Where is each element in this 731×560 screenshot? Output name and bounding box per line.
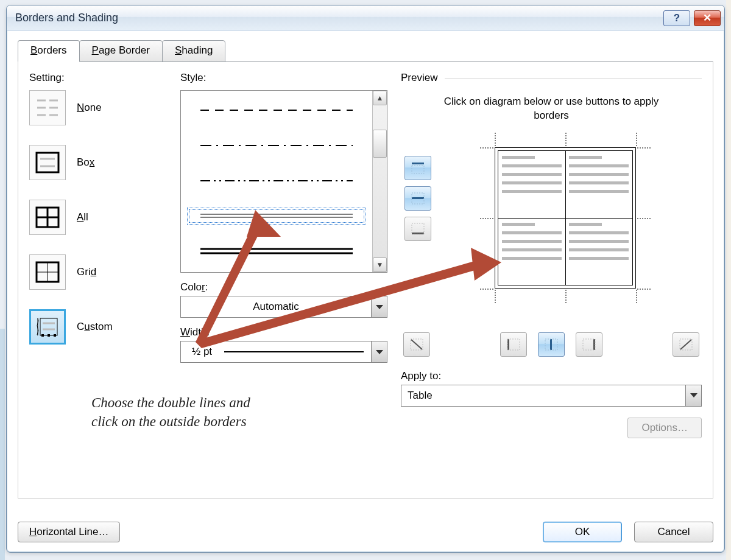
dialog-footer: Horizontal Line… OK Cancel [18,522,713,542]
width-value: ½ pt [192,346,212,358]
setting-none-icon [29,90,66,125]
style-option-double-thin[interactable] [187,208,366,225]
color-dropdown[interactable]: Automatic [180,296,387,318]
setting-custom-icon [29,309,66,345]
tab-shading[interactable]: Shading [162,40,225,62]
toggle-bottom-border[interactable] [404,217,431,241]
width-sample-icon [224,351,364,352]
svg-rect-38 [550,339,552,350]
chevron-down-icon [371,296,387,317]
tab-page-border[interactable]: Page Border [79,40,163,62]
preview-hint: Click on diagram below or use buttons to… [442,95,661,123]
width-dropdown[interactable]: ½ pt [180,341,387,363]
style-option-dashdot[interactable] [187,137,366,154]
setting-label: None [77,102,102,114]
border-vmid-icon [545,338,558,351]
border-bottom-icon [411,223,425,235]
svg-rect-18 [41,334,44,337]
border-diag-up-icon [679,338,693,351]
apply-to-header: Apply to: [401,370,702,382]
svg-rect-6 [37,153,58,172]
ok-button[interactable]: OK [543,522,622,542]
toggle-vertical-inside-border[interactable] [538,332,565,357]
background-strip [726,0,731,560]
toggle-diagonal-up-border[interactable] [673,332,699,357]
chevron-down-icon [371,341,387,362]
setting-label: Custom [77,321,113,333]
setting-column: Setting: None Box [29,69,169,498]
question-mark-icon: ? [674,12,680,24]
titlebar: Borders and Shading ? ✕ [7,5,724,31]
apply-to-dropdown[interactable]: Table [401,385,702,407]
preview-table[interactable] [495,147,636,289]
border-top-icon [411,162,425,174]
border-left-icon [507,338,520,351]
setting-label: Box [77,156,94,169]
svg-line-35 [411,340,422,349]
svg-rect-28 [412,163,424,164]
svg-rect-20 [54,334,56,337]
scroll-down-icon[interactable]: ▼ [373,257,387,272]
setting-custom[interactable]: Custom [29,309,167,345]
setting-box-icon [29,145,66,180]
chevron-down-icon [685,385,701,406]
setting-none[interactable]: None [29,90,167,125]
tab-row: Borders Page Border Shading [7,31,724,61]
setting-box[interactable]: Box [29,145,167,180]
background-strip [0,329,5,560]
preview-column: Preview Click on diagram below or use bu… [398,69,702,498]
scroll-thumb[interactable] [373,130,387,158]
border-right-icon [582,338,596,351]
svg-rect-30 [412,197,424,199]
cancel-button[interactable]: Cancel [634,522,713,542]
style-listbox[interactable]: ▲ ▼ [180,90,387,273]
help-button[interactable]: ? [663,10,690,26]
style-option-double-thick[interactable] [187,243,366,260]
tab-borders[interactable]: Borders [18,40,80,62]
setting-grid-icon [29,254,66,290]
style-scrollbar[interactable]: ▲ ▼ [372,91,387,272]
svg-rect-29 [412,166,424,173]
color-header: Color: [180,281,387,293]
setting-all-icon [29,200,66,235]
toggle-diagonal-down-border[interactable] [403,332,430,357]
setting-grid[interactable]: Grid [29,254,167,290]
options-button: Options… [627,418,702,438]
close-button[interactable]: ✕ [694,10,721,26]
borders-and-shading-dialog: Borders and Shading ? ✕ Borders Page Bor… [6,5,725,553]
setting-header: Setting: [29,72,169,84]
setting-all[interactable]: All [29,200,167,235]
border-diag-down-icon [410,338,423,351]
toggle-horizontal-inside-border[interactable] [404,186,431,211]
borders-panel: Setting: None Box [18,61,713,499]
close-icon: ✕ [703,12,712,24]
toggle-left-border[interactable] [500,332,527,357]
svg-rect-19 [48,334,50,337]
style-option-dashdotdot[interactable] [187,172,366,189]
width-header: Width: [180,326,387,338]
horizontal-line-button[interactable]: Horizontal Line… [18,522,120,542]
style-header: Style: [180,72,387,84]
annotation-text: Choose the double lines and click on the… [91,393,250,431]
style-option-dashed[interactable] [187,102,366,119]
apply-to-value: Table [401,390,685,402]
toggle-right-border[interactable] [576,332,602,357]
style-column: Style: [180,69,387,498]
toggle-top-border[interactable] [404,156,431,180]
svg-rect-15 [40,318,57,335]
setting-label: Grid [77,266,96,278]
border-hmid-icon [411,192,425,205]
svg-line-43 [680,340,691,349]
preview-header: Preview [401,72,437,84]
setting-label: All [77,211,88,223]
color-value: Automatic [181,301,371,313]
scroll-up-icon[interactable]: ▲ [373,91,387,105]
window-title: Borders and Shading [15,12,660,24]
